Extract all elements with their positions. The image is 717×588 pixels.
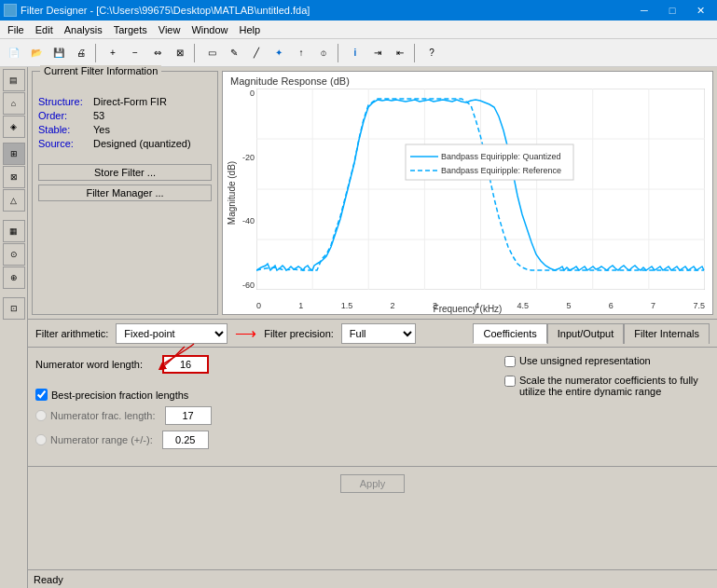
sb-btn10[interactable]: ⊡	[3, 297, 25, 320]
numerator-frac-radio-label: Numerator frac. length:	[35, 410, 156, 421]
scale-checkbox[interactable]	[504, 376, 516, 387]
tb-save[interactable]: 💾	[48, 43, 69, 63]
unsigned-checkbox[interactable]	[504, 356, 516, 367]
work-area: Current Filter Information Structure: Di…	[28, 67, 717, 588]
svg-text:Bandpass Equiripple: Reference: Bandpass Equiripple: Reference	[441, 166, 561, 175]
sb-btn7[interactable]: ▦	[3, 220, 25, 242]
order-label: Order:	[38, 110, 90, 121]
sb-btn2[interactable]: ⌂	[3, 92, 25, 115]
sb-btn3[interactable]: ◈	[3, 116, 25, 138]
sb-btn5[interactable]: ⊠	[3, 166, 25, 188]
menu-view[interactable]: View	[153, 22, 186, 37]
filter-buttons: Store Filter ... Filter Manager ...	[38, 164, 212, 201]
tb-select[interactable]: ▭	[201, 43, 222, 63]
menu-help[interactable]: Help	[234, 22, 267, 37]
tb-print[interactable]: 🖨	[71, 43, 91, 63]
menu-edit[interactable]: Edit	[30, 22, 59, 37]
plot-title: Magnitude Response (dB)	[230, 75, 350, 87]
tb-pan[interactable]: ⇔	[147, 43, 168, 63]
structure-value: Direct-Form FIR	[93, 96, 167, 107]
store-filter-button[interactable]: Store Filter ...	[38, 164, 212, 181]
apply-button[interactable]: Apply	[340, 474, 406, 493]
tb-sep1	[95, 44, 99, 62]
filter-manager-button[interactable]: Filter Manager ...	[38, 185, 212, 201]
numerator-word-length-row: Numerator word length:	[35, 355, 486, 374]
stable-value: Yes	[93, 124, 110, 135]
menu-file[interactable]: File	[2, 22, 30, 37]
tab-coefficients[interactable]: Coefficients	[473, 323, 546, 344]
sb-btn1[interactable]: ▤	[3, 69, 25, 91]
tb-line[interactable]: ╱	[246, 43, 267, 63]
tb-reset[interactable]: ⊠	[170, 43, 190, 63]
tb-new[interactable]: 📄	[4, 43, 24, 63]
arrow-annotation: ⟶	[235, 324, 256, 342]
tb-draw[interactable]: ✎	[224, 43, 244, 63]
tb-freqdomain[interactable]: ✦	[269, 43, 289, 63]
menu-bar: File Edit Analysis Targets View Window H…	[0, 21, 717, 39]
left-sidebar: ▤ ⌂ ◈ ⊞ ⊠ △ ▦ ⊙ ⊕ ⊡	[0, 67, 28, 588]
numerator-frac-input[interactable]	[165, 406, 212, 425]
structure-label: Structure:	[38, 96, 90, 107]
precision-label: Filter precision:	[264, 328, 334, 339]
tb-up[interactable]: ↑	[291, 43, 311, 63]
numerator-range-input[interactable]	[162, 431, 209, 449]
x-axis-label: Frequency (kHz)	[223, 304, 712, 314]
tb-zoom-out[interactable]: −	[125, 43, 145, 63]
numerator-range-radio[interactable]	[35, 434, 47, 445]
tb-help[interactable]: ?	[421, 43, 442, 63]
tab-input-output[interactable]: Input/Output	[547, 323, 625, 344]
precision-select[interactable]: Full Custom	[341, 323, 416, 344]
main-content: ▤ ⌂ ◈ ⊞ ⊠ △ ▦ ⊙ ⊕ ⊡ Current Filter Infor…	[0, 67, 717, 588]
source-label: Source:	[38, 138, 90, 149]
top-section: Current Filter Information Structure: Di…	[28, 67, 717, 319]
order-row: Order: 53	[38, 110, 212, 121]
tb-sep4	[414, 44, 418, 62]
numerator-frac-row: Numerator frac. length:	[35, 406, 486, 425]
minimize-button[interactable]: ─	[631, 1, 657, 20]
numerator-frac-radio[interactable]	[35, 410, 47, 421]
toolbar: 📄 📂 💾 🖨 + − ⇔ ⊠ ▭ ✎ ╱ ✦ ↑ ⌽ i ⇥ ⇤ ?	[0, 39, 717, 67]
numerator-word-length-label: Numerator word length:	[35, 359, 157, 370]
apply-area: Apply	[28, 466, 717, 500]
status-text: Ready	[34, 574, 63, 585]
sb-btn6[interactable]: △	[3, 189, 25, 212]
numerator-range-label: Numerator range (+/-):	[50, 434, 153, 445]
tab-filter-internals[interactable]: Filter Internals	[624, 323, 710, 344]
tb-open[interactable]: 📂	[26, 43, 47, 63]
menu-targets[interactable]: Targets	[108, 22, 153, 37]
tab-content: Numerator word length:	[28, 348, 717, 462]
stable-label: Stable:	[38, 124, 90, 135]
menu-window[interactable]: Window	[186, 22, 233, 37]
tb-zoom-in[interactable]: +	[103, 43, 123, 63]
tb-info[interactable]: i	[345, 43, 365, 63]
filter-arith-bar: Filter arithmetic: Fixed-point Floating-…	[28, 320, 717, 348]
source-value: Designed (quantized)	[93, 138, 191, 149]
tb-import[interactable]: ⇤	[390, 43, 410, 63]
tb-sep2	[194, 44, 198, 62]
numerator-range-radio-label: Numerator range (+/-):	[35, 434, 153, 445]
sb-btn4[interactable]: ⊞	[3, 143, 25, 165]
title-bar: Filter Designer - [C:\Users\99675\Deskto…	[0, 0, 717, 21]
unsigned-label: Use unsigned representation	[519, 355, 651, 366]
sb-btn8[interactable]: ⊙	[3, 243, 25, 266]
annotation-arrow-area	[82, 379, 486, 398]
app-icon	[4, 4, 17, 17]
source-row: Source: Designed (quantized)	[38, 138, 212, 149]
plot-svg: 0 -20 -40 -60 Bandpass Equiripple: Quant…	[256, 89, 705, 290]
close-button[interactable]: ✕	[687, 1, 713, 20]
tb-filter[interactable]: ⌽	[313, 43, 334, 63]
menu-analysis[interactable]: Analysis	[59, 22, 108, 37]
svg-text:Bandpass Equiripple: Quantized: Bandpass Equiripple: Quantized	[441, 152, 561, 161]
maximize-button[interactable]: □	[659, 1, 685, 20]
arith-select[interactable]: Fixed-point Floating-point	[116, 323, 228, 344]
annotation-svg	[157, 342, 213, 370]
best-precision-checkbox[interactable]	[35, 389, 48, 401]
filter-info-rows: Structure: Direct-Form FIR Order: 53 Sta…	[38, 96, 212, 149]
numerator-settings: Numerator word length:	[35, 355, 486, 455]
order-value: 53	[93, 110, 104, 121]
y-axis-ticks: 0 -20 -40 -60	[225, 89, 255, 290]
scale-option-row: Scale the numerator coefficients to full…	[504, 375, 710, 397]
tb-export[interactable]: ⇥	[367, 43, 388, 63]
sb-btn9[interactable]: ⊕	[3, 267, 25, 289]
filter-info-panel: Current Filter Information Structure: Di…	[32, 71, 218, 315]
